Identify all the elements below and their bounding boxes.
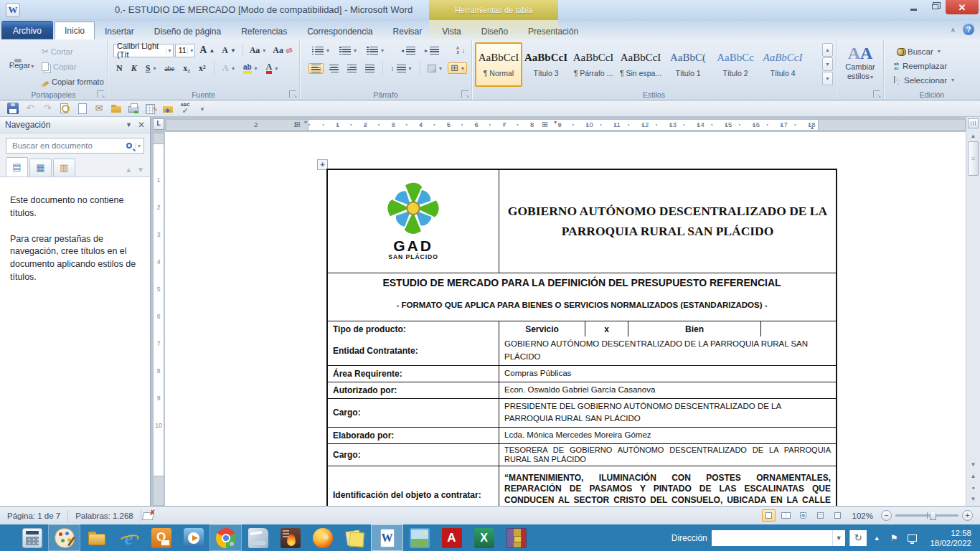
style-título-4[interactable]: AaBbCcITítulo 4: [759, 42, 806, 87]
restore-button[interactable]: [924, 0, 946, 14]
copy-button[interactable]: Copiar: [39, 60, 107, 73]
line-spacing-button[interactable]: ↕: [388, 63, 415, 74]
change-styles-button[interactable]: AA Cambiar estilos: [839, 44, 881, 82]
strikethrough-button[interactable]: abe: [161, 63, 177, 74]
change-case-button[interactable]: Aa: [247, 44, 269, 57]
font-dialog-launcher-icon[interactable]: [289, 90, 296, 98]
tab-revisar[interactable]: Revisar: [383, 22, 433, 39]
chevron-down-icon[interactable]: ▾: [187, 47, 193, 54]
zoom-slider[interactable]: [895, 514, 958, 517]
taskbar-media-player[interactable]: [177, 524, 209, 551]
navigation-pane-close-icon[interactable]: ✕: [138, 120, 145, 130]
next-page-icon[interactable]: ▼: [968, 494, 979, 504]
styles-dialog-launcher-icon[interactable]: [873, 90, 880, 98]
browse-pages-tab[interactable]: ▦: [29, 159, 52, 176]
browse-headings-tab[interactable]: ▤: [6, 157, 28, 176]
align-right-button[interactable]: [344, 63, 359, 74]
sort-button[interactable]: AZ↓: [453, 44, 468, 56]
align-left-button[interactable]: [308, 63, 324, 74]
tab-presentación[interactable]: Presentación: [518, 22, 588, 39]
minimize-button[interactable]: [903, 0, 924, 14]
bold-button[interactable]: N: [113, 62, 126, 75]
tab-diseño-de-página[interactable]: Diseño de página: [144, 22, 231, 39]
spelling-button[interactable]: [178, 102, 192, 116]
draft-view-button[interactable]: [831, 509, 844, 522]
tab-insertar[interactable]: Insertar: [95, 22, 144, 39]
select-browse-object-icon[interactable]: ●: [968, 482, 979, 493]
superscript-button[interactable]: x²: [196, 62, 209, 75]
taskbar-excel[interactable]: [468, 524, 500, 551]
justify-button[interactable]: [362, 63, 377, 74]
font-name-combo[interactable]: Calibri Light (Tít▾: [113, 44, 174, 57]
previous-heading-icon[interactable]: ▲: [125, 166, 132, 174]
decrease-indent-button[interactable]: ◂: [398, 45, 418, 56]
taskbar-winrar[interactable]: [500, 524, 532, 551]
open-folder-button[interactable]: [109, 102, 123, 116]
save-button[interactable]: [6, 102, 20, 116]
style-título-2[interactable]: AaBbCcTítulo 2: [712, 42, 759, 87]
font-size-combo[interactable]: 11▾: [175, 44, 196, 57]
edit-table-button[interactable]: [143, 102, 158, 116]
select-button[interactable]: Seleccionar: [894, 73, 954, 87]
envelope-button[interactable]: [92, 102, 106, 116]
zoom-out-icon[interactable]: −: [881, 510, 892, 521]
zoom-level[interactable]: 102%: [848, 512, 877, 520]
zoom-in-icon[interactable]: +: [962, 510, 973, 521]
tab-referencias[interactable]: Referencias: [231, 22, 297, 39]
tab-correspondencia[interactable]: Correspondencia: [297, 22, 382, 39]
flag-icon[interactable]: ⚑: [887, 533, 901, 543]
vertical-ruler[interactable]: 12345678910: [153, 133, 164, 506]
folder-special-button[interactable]: [161, 102, 175, 116]
taskbar-paint[interactable]: [48, 524, 80, 551]
borders-button[interactable]: ⊞: [448, 62, 467, 74]
print-preview-button[interactable]: [57, 102, 72, 116]
align-center-button[interactable]: [326, 63, 341, 74]
ruler-toggle-icon[interactable]: [968, 118, 979, 128]
document-page[interactable]: +: [165, 132, 966, 506]
search-icon[interactable]: [126, 143, 132, 149]
taskbar-outlook[interactable]: [145, 524, 177, 551]
paste-button[interactable]: Pegar: [6, 43, 37, 88]
style-párrafo[interactable]: AaBbCcI¶ Párrafo ...: [570, 42, 617, 87]
font-color-button[interactable]: A: [263, 61, 281, 75]
clear-formatting-button[interactable]: Aa: [270, 44, 295, 57]
taskbar-internet-explorer[interactable]: [113, 524, 145, 551]
taskbar-fire-app[interactable]: [274, 524, 306, 551]
full-screen-reading-button[interactable]: [779, 509, 793, 522]
hanging-indent-marker[interactable]: ▾: [554, 119, 557, 126]
scroll-down-icon[interactable]: ▼: [968, 459, 979, 470]
web-layout-button[interactable]: [796, 509, 810, 522]
find-button[interactable]: Buscar: [894, 44, 941, 58]
text-effects-button[interactable]: A: [220, 61, 237, 75]
shading-button[interactable]: [425, 63, 445, 74]
address-dropdown-icon[interactable]: ▼: [832, 530, 845, 546]
word-count[interactable]: Palabras: 1.268: [68, 510, 141, 522]
subscript-button[interactable]: x₂: [180, 62, 193, 75]
toolbar-options-button[interactable]: [195, 102, 209, 116]
style-normal[interactable]: AaBbCcI¶ Normal: [475, 42, 522, 87]
cut-button[interactable]: ✂Cortar: [39, 45, 107, 58]
styles-gallery-expand-icon[interactable]: ▼: [822, 72, 833, 85]
tab-inicio[interactable]: Inicio: [55, 22, 95, 39]
style-sin-espa[interactable]: AaBbCcI¶ Sin espa...: [617, 42, 664, 87]
network-icon[interactable]: [908, 534, 917, 542]
taskbar-photo-viewer[interactable]: [403, 524, 435, 551]
first-line-indent-marker[interactable]: ▾: [304, 119, 307, 126]
redo-button[interactable]: [40, 102, 55, 116]
styles-scroll-down-icon[interactable]: ▼: [822, 57, 833, 71]
scroll-up-icon[interactable]: ▲: [968, 131, 979, 141]
tab-vista[interactable]: Vista: [432, 22, 471, 39]
address-go-icon[interactable]: ↻: [849, 530, 867, 546]
quick-print-button[interactable]: [126, 102, 141, 116]
grow-font-button[interactable]: A▲: [197, 43, 217, 57]
search-options-icon[interactable]: ▾: [135, 143, 141, 149]
tab-selector[interactable]: L: [153, 118, 164, 130]
proofing-error-icon[interactable]: [143, 511, 154, 520]
paragraph-dialog-launcher-icon[interactable]: [461, 90, 468, 98]
navigation-pane-menu-icon[interactable]: ▼: [126, 121, 132, 128]
vertical-scrollbar[interactable]: ▲ ▼ ▲ ● ▼: [966, 117, 980, 506]
taskbar-word[interactable]: [371, 524, 403, 551]
highlight-button[interactable]: ab: [240, 62, 260, 75]
increase-indent-button[interactable]: ▸: [422, 45, 442, 56]
taskbar-calculator[interactable]: [16, 524, 48, 551]
